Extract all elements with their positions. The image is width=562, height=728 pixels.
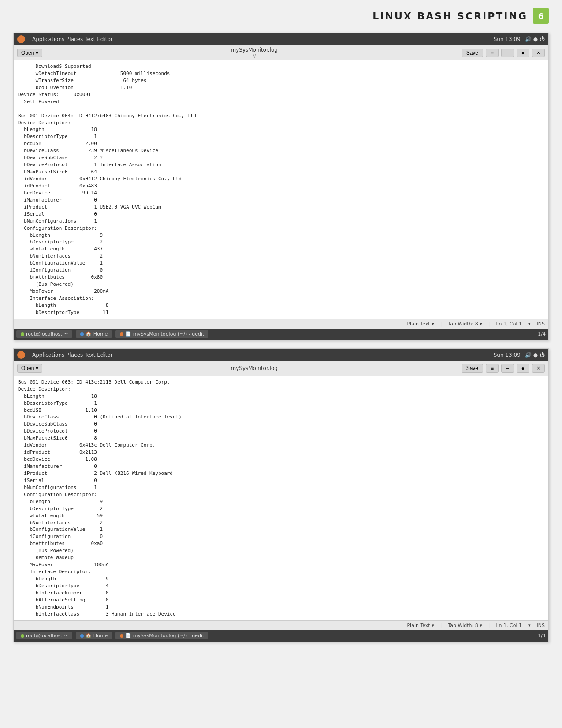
menu-button-1[interactable]: ≡ xyxy=(486,49,499,57)
taskbar-item-terminal-1[interactable]: root@localhost:~ xyxy=(16,330,72,338)
menu-bar-2: Applications Places Text Editor xyxy=(32,352,113,358)
taskbar-dot-orange-2 xyxy=(120,634,123,638)
taskbar-dot-orange-1 xyxy=(120,332,123,336)
taskbar-gedit-label-1: 📄 mySysMonitor.log (~/) - gedit xyxy=(125,331,204,337)
close-button-2[interactable]: × xyxy=(532,364,545,373)
taskbar-item-home-2[interactable]: 🏠 Home xyxy=(76,632,112,639)
taskbar-page-2: 1/4 xyxy=(538,633,546,638)
taskbar-dot-green-2 xyxy=(21,634,24,638)
taskbar-item-gedit-1[interactable]: 📄 mySysMonitor.log (~/) - gedit xyxy=(115,330,208,338)
position-arrow-1[interactable]: ▾ xyxy=(528,321,531,327)
window-1: Applications Places Text Editor Sun 13:0… xyxy=(13,33,549,340)
status-bar-right-2: Plain Text ▾ | Tab Width: 8 ▾ | Ln 1, Co… xyxy=(407,623,545,628)
status-bar-right-1: Plain Text ▾ | Tab Width: 8 ▾ | Ln 1, Co… xyxy=(407,321,545,327)
toolbar-divider-1 xyxy=(46,49,46,57)
system-bar-1: Applications Places Text Editor Sun 13:0… xyxy=(14,33,548,45)
system-time-2: Sun 13:09 xyxy=(494,352,521,358)
taskbar-dot-blue-2 xyxy=(80,634,84,638)
taskbar-page-1: 1/4 xyxy=(538,331,546,337)
tab-title-2: mySysMonitor.log xyxy=(50,365,459,371)
page-header: LINUX BASH SCRIPTING 6 xyxy=(0,0,562,28)
tab-filename-2: mySysMonitor.log xyxy=(231,365,277,371)
taskbar-gedit-label-2: 📄 mySysMonitor.log (~/) - gedit xyxy=(125,633,204,638)
minimize-button-2[interactable]: – xyxy=(501,364,514,373)
content-area-1[interactable]: DownloadS-Supported wDetachTimeout 5000 … xyxy=(14,60,548,319)
tab-filename-1: mySysMonitor.log xyxy=(231,47,277,53)
taskbar-terminal-label-2: root@localhost:~ xyxy=(26,633,68,638)
taskbar-item-gedit-2[interactable]: 📄 mySysMonitor.log (~/) - gedit xyxy=(115,632,208,639)
taskbar-dot-green-1 xyxy=(21,332,24,336)
status-bar-2: Plain Text ▾ | Tab Width: 8 ▾ | Ln 1, Co… xyxy=(14,620,548,630)
system-bar-2: Applications Places Text Editor Sun 13:0… xyxy=(14,349,548,361)
tab-title-1: mySysMonitor.log // xyxy=(50,47,459,59)
window-2: Applications Places Text Editor Sun 13:0… xyxy=(13,348,549,642)
app-icon-1 xyxy=(17,35,25,43)
tab-width-label-1[interactable]: Tab Width: 8 ▾ xyxy=(448,321,482,327)
settings-button-2[interactable]: ● xyxy=(517,364,529,373)
gedit-toolbar-1: Open ▾ mySysMonitor.log // Save ≡ – ● × xyxy=(14,45,548,60)
position-label-2: Ln 1, Col 1 xyxy=(496,623,522,628)
tab-subtitle-1: // xyxy=(253,54,256,59)
tab-width-label-2[interactable]: Tab Width: 8 ▾ xyxy=(448,623,482,628)
toolbar-divider-2 xyxy=(46,364,46,373)
close-button-1[interactable]: × xyxy=(532,49,545,57)
menu-bar-1: Applications Places Text Editor xyxy=(32,36,113,42)
save-button-2[interactable]: Save xyxy=(462,364,483,373)
page-number-badge: 6 xyxy=(533,8,549,24)
open-button-1[interactable]: Open ▾ xyxy=(17,49,42,57)
taskbar-home-label-2: 🏠 Home xyxy=(86,633,108,638)
position-label-1: Ln 1, Col 1 xyxy=(496,321,522,327)
open-button-2[interactable]: Open ▾ xyxy=(17,364,42,373)
taskbar-item-terminal-2[interactable]: root@localhost:~ xyxy=(16,632,72,639)
system-icons-1: 🔊 ● ⏻ xyxy=(525,36,545,42)
taskbar-2: root@localhost:~ 🏠 Home 📄 mySysMonitor.l… xyxy=(14,630,548,642)
menu-button-2[interactable]: ≡ xyxy=(486,364,499,373)
gedit-toolbar-2: Open ▾ mySysMonitor.log Save ≡ – ● × xyxy=(14,361,548,376)
settings-button-1[interactable]: ● xyxy=(517,49,529,57)
taskbar-dot-blue-1 xyxy=(80,332,84,336)
taskbar-1: root@localhost:~ 🏠 Home 📄 mySysMonitor.l… xyxy=(14,329,548,340)
system-bar-right-2: Sun 13:09 🔊 ● ⏻ xyxy=(494,352,545,358)
save-button-1[interactable]: Save xyxy=(462,49,483,57)
status-bar-1: Plain Text ▾ | Tab Width: 8 ▾ | Ln 1, Co… xyxy=(14,319,548,329)
page-title: LINUX BASH SCRIPTING xyxy=(372,11,528,22)
system-icons-2: 🔊 ● ⏻ xyxy=(525,352,545,358)
position-arrow-2[interactable]: ▾ xyxy=(528,623,531,628)
content-area-2[interactable]: Bus 001 Device 003: ID 413c:2113 Dell Co… xyxy=(14,376,548,620)
system-time-1: Sun 13:09 xyxy=(494,36,521,42)
taskbar-home-label-1: 🏠 Home xyxy=(86,331,108,337)
ins-label-2: INS xyxy=(537,623,545,628)
system-bar-right-1: Sun 13:09 🔊 ● ⏻ xyxy=(494,36,545,42)
taskbar-item-home-1[interactable]: 🏠 Home xyxy=(76,330,112,338)
ins-label-1: INS xyxy=(537,321,545,327)
plain-text-label-2[interactable]: Plain Text ▾ xyxy=(407,623,434,628)
plain-text-label-1[interactable]: Plain Text ▾ xyxy=(407,321,434,327)
svg-point-1 xyxy=(19,353,23,357)
minimize-button-1[interactable]: – xyxy=(501,49,514,57)
taskbar-terminal-label-1: root@localhost:~ xyxy=(26,331,68,337)
app-icon-2 xyxy=(17,351,25,359)
svg-point-0 xyxy=(19,37,23,41)
